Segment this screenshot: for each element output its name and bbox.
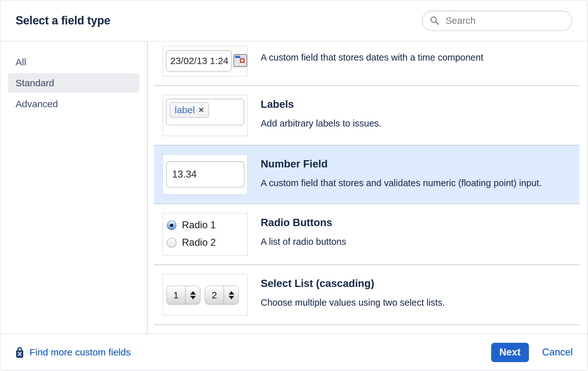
next-button[interactable]: Next [491, 343, 529, 362]
select-stepper: 2 [205, 286, 239, 304]
field-type-row-datetime[interactable]: 23/02/13 1:24 [154, 42, 579, 85]
radio-option-label: Radio 2 [182, 237, 216, 248]
field-type-title: Number Field [261, 158, 542, 170]
radio-selected-icon [167, 220, 177, 230]
datetime-preview: 23/02/13 1:24 [163, 46, 248, 76]
stepper-arrows-icon [186, 286, 200, 304]
field-type-description: A custom field that stores and validates… [261, 176, 542, 190]
number-preview: 13.34 [163, 154, 248, 195]
cancel-button[interactable]: Cancel [542, 347, 573, 358]
field-type-list: 23/02/13 1:24 [148, 42, 587, 334]
sidebar-item-label: Standard [16, 78, 54, 88]
field-type-description: Add arbitrary labels to issues. [261, 116, 381, 130]
radio-option-label: Radio 1 [182, 219, 216, 231]
calendar-icon [233, 53, 247, 68]
field-type-row-number-selected[interactable]: 13.34 Number Field A custom field that s… [154, 145, 579, 204]
dialog-footer: Find more custom fields Next Cancel [0, 334, 587, 370]
search-icon [430, 16, 440, 26]
sidebar-item-standard[interactable]: Standard [8, 73, 139, 93]
radio-preview: Radio 1 Radio 2 [163, 213, 248, 256]
field-type-row-multi-select[interactable]: Option 1 Select List (multiple choices) [154, 324, 579, 334]
stepper-arrows-icon [224, 286, 238, 304]
field-type-text: Labels Add arbitrary labels to issues. [261, 95, 381, 136]
preview-column: 1 2 [163, 274, 248, 316]
sidebar-item-advanced[interactable]: Advanced [8, 94, 139, 114]
select-field-type-dialog: Select a field type All Standard Advance… [0, 0, 588, 371]
label-chip-text: label [175, 105, 195, 115]
sidebar-item-all[interactable]: All [8, 52, 139, 72]
field-type-text: A custom field that stores dates with a … [261, 46, 483, 76]
field-type-text: Number Field A custom field that stores … [261, 154, 542, 195]
find-more-label: Find more custom fields [30, 347, 130, 358]
label-chip: label × [170, 102, 209, 118]
labels-preview: label × [163, 95, 248, 136]
field-type-row-labels[interactable]: label × Labels Add arbitrary labels to i… [154, 85, 579, 145]
search-input[interactable] [445, 15, 567, 26]
radio-unselected-icon [167, 238, 177, 248]
field-type-title: Radio Buttons [261, 216, 346, 229]
labels-input-preview: label × [166, 99, 244, 125]
find-more-custom-fields-link[interactable]: Find more custom fields [15, 347, 130, 358]
dialog-header: Select a field type [0, 0, 587, 42]
dialog-title: Select a field type [16, 14, 110, 27]
category-sidebar: All Standard Advanced [0, 42, 148, 334]
footer-actions: Next Cancel [491, 343, 573, 362]
field-type-description: Choose multiple values using two select … [261, 296, 445, 309]
datetime-input-preview: 23/02/13 1:24 [166, 50, 232, 72]
field-type-description: A list of radio buttons [261, 235, 346, 249]
radio-option-row: Radio 2 [167, 235, 247, 251]
cascading-select-preview: 1 2 [163, 274, 248, 316]
preview-column: label × [163, 95, 248, 136]
preview-column: Radio 1 Radio 2 [163, 213, 248, 256]
preview-column: 13.34 [163, 154, 248, 195]
field-type-title: Select List (cascading) [261, 277, 445, 290]
field-type-title: Labels [261, 98, 381, 111]
preview-column: 23/02/13 1:24 [163, 46, 248, 76]
field-type-description: A custom field that stores dates with a … [261, 50, 483, 64]
field-type-row-cascading-select[interactable]: 1 2 [154, 264, 579, 324]
select-stepper: 1 [166, 286, 200, 304]
field-type-row-radio[interactable]: Radio 1 Radio 2 Radio Buttons A list of … [154, 204, 579, 264]
sidebar-item-label: Advanced [16, 99, 58, 109]
sidebar-item-label: All [16, 57, 26, 68]
search-box[interactable] [422, 10, 572, 31]
number-input-preview: 13.34 [166, 161, 244, 188]
remove-label-icon: × [198, 105, 204, 115]
stepper-value: 2 [205, 286, 224, 304]
marketplace-bag-icon [15, 347, 24, 358]
radio-option-row: Radio 1 [167, 217, 247, 233]
field-type-text: Select List (cascading) Choose multiple … [261, 274, 445, 316]
field-type-text: Radio Buttons A list of radio buttons [261, 213, 346, 256]
dialog-body: All Standard Advanced 23/02/13 1:24 [0, 42, 587, 334]
stepper-value: 1 [167, 286, 185, 304]
